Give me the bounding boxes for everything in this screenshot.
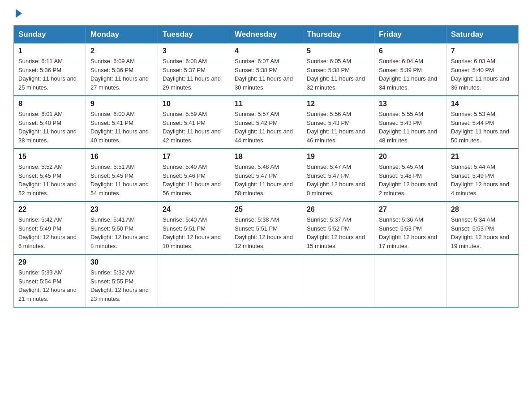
calendar-cell xyxy=(446,254,519,307)
calendar-cell: 12Sunrise: 5:56 AMSunset: 5:43 PMDayligh… xyxy=(302,96,374,149)
calendar-cell: 22Sunrise: 5:42 AMSunset: 5:49 PMDayligh… xyxy=(14,201,86,254)
calendar-cell: 1Sunrise: 6:11 AMSunset: 5:36 PMDaylight… xyxy=(14,43,86,96)
day-info: Sunrise: 5:53 AMSunset: 5:44 PMDaylight:… xyxy=(451,110,514,145)
weekday-header-saturday: Saturday xyxy=(446,26,519,44)
day-number: 11 xyxy=(235,100,297,108)
calendar-table: SundayMondayTuesdayWednesdayThursdayFrid… xyxy=(13,25,519,308)
calendar-cell: 6Sunrise: 6:04 AMSunset: 5:39 PMDaylight… xyxy=(374,43,446,96)
logo-arrow-icon xyxy=(16,9,22,18)
weekday-header-tuesday: Tuesday xyxy=(158,26,230,44)
day-number: 18 xyxy=(235,153,297,161)
calendar-cell: 23Sunrise: 5:41 AMSunset: 5:50 PMDayligh… xyxy=(86,201,158,254)
day-info: Sunrise: 5:32 AMSunset: 5:55 PMDaylight:… xyxy=(90,268,153,303)
day-info: Sunrise: 5:37 AMSunset: 5:52 PMDaylight:… xyxy=(307,215,369,250)
day-info: Sunrise: 6:11 AMSunset: 5:36 PMDaylight:… xyxy=(18,57,81,92)
calendar-cell: 13Sunrise: 5:55 AMSunset: 5:43 PMDayligh… xyxy=(374,96,446,149)
calendar-week-row: 22Sunrise: 5:42 AMSunset: 5:49 PMDayligh… xyxy=(14,201,519,254)
day-number: 8 xyxy=(18,100,81,108)
calendar-cell: 9Sunrise: 6:00 AMSunset: 5:41 PMDaylight… xyxy=(86,96,158,149)
day-number: 29 xyxy=(18,258,81,266)
day-number: 25 xyxy=(235,206,297,214)
day-info: Sunrise: 5:36 AMSunset: 5:53 PMDaylight:… xyxy=(379,215,442,250)
day-info: Sunrise: 6:08 AMSunset: 5:37 PMDaylight:… xyxy=(163,57,225,92)
calendar-week-row: 15Sunrise: 5:52 AMSunset: 5:45 PMDayligh… xyxy=(14,149,519,201)
day-info: Sunrise: 5:45 AMSunset: 5:48 PMDaylight:… xyxy=(379,163,442,197)
logo xyxy=(13,9,22,16)
day-number: 16 xyxy=(90,153,153,161)
day-number: 6 xyxy=(379,47,442,55)
day-info: Sunrise: 5:57 AMSunset: 5:42 PMDaylight:… xyxy=(235,110,297,145)
day-number: 1 xyxy=(18,47,81,55)
day-info: Sunrise: 5:51 AMSunset: 5:45 PMDaylight:… xyxy=(90,163,153,197)
day-number: 2 xyxy=(90,47,153,55)
day-info: Sunrise: 6:09 AMSunset: 5:36 PMDaylight:… xyxy=(90,57,153,92)
day-number: 10 xyxy=(163,100,225,108)
calendar-cell: 28Sunrise: 5:34 AMSunset: 5:53 PMDayligh… xyxy=(446,201,519,254)
calendar-week-row: 1Sunrise: 6:11 AMSunset: 5:36 PMDaylight… xyxy=(14,43,519,96)
calendar-cell: 15Sunrise: 5:52 AMSunset: 5:45 PMDayligh… xyxy=(14,149,86,201)
calendar-cell: 30Sunrise: 5:32 AMSunset: 5:55 PMDayligh… xyxy=(86,254,158,307)
day-info: Sunrise: 5:41 AMSunset: 5:50 PMDaylight:… xyxy=(90,215,153,250)
day-number: 15 xyxy=(18,153,81,161)
day-number: 13 xyxy=(379,100,442,108)
calendar-cell: 20Sunrise: 5:45 AMSunset: 5:48 PMDayligh… xyxy=(374,149,446,201)
calendar-cell: 5Sunrise: 6:05 AMSunset: 5:38 PMDaylight… xyxy=(302,43,374,96)
day-number: 17 xyxy=(163,153,225,161)
day-info: Sunrise: 6:04 AMSunset: 5:39 PMDaylight:… xyxy=(379,57,442,92)
day-number: 3 xyxy=(163,47,225,55)
day-number: 26 xyxy=(307,206,369,214)
calendar-cell: 8Sunrise: 6:01 AMSunset: 5:40 PMDaylight… xyxy=(14,96,86,149)
day-number: 30 xyxy=(90,258,153,266)
weekday-header-row: SundayMondayTuesdayWednesdayThursdayFrid… xyxy=(14,26,519,44)
day-info: Sunrise: 5:55 AMSunset: 5:43 PMDaylight:… xyxy=(379,110,442,145)
day-info: Sunrise: 6:07 AMSunset: 5:38 PMDaylight:… xyxy=(235,57,297,92)
day-number: 21 xyxy=(451,153,514,161)
calendar-cell xyxy=(158,254,230,307)
calendar-cell: 26Sunrise: 5:37 AMSunset: 5:52 PMDayligh… xyxy=(302,201,374,254)
calendar-cell: 24Sunrise: 5:40 AMSunset: 5:51 PMDayligh… xyxy=(158,201,230,254)
calendar-cell: 10Sunrise: 5:59 AMSunset: 5:41 PMDayligh… xyxy=(158,96,230,149)
day-info: Sunrise: 5:59 AMSunset: 5:41 PMDaylight:… xyxy=(163,110,225,145)
calendar-cell xyxy=(374,254,446,307)
weekday-header-friday: Friday xyxy=(374,26,446,44)
calendar-cell: 17Sunrise: 5:49 AMSunset: 5:46 PMDayligh… xyxy=(158,149,230,201)
day-number: 20 xyxy=(379,153,442,161)
day-info: Sunrise: 5:42 AMSunset: 5:49 PMDaylight:… xyxy=(18,215,81,250)
calendar-cell: 27Sunrise: 5:36 AMSunset: 5:53 PMDayligh… xyxy=(374,201,446,254)
weekday-header-sunday: Sunday xyxy=(14,26,86,44)
day-info: Sunrise: 5:38 AMSunset: 5:51 PMDaylight:… xyxy=(235,215,297,250)
calendar-cell: 18Sunrise: 5:48 AMSunset: 5:47 PMDayligh… xyxy=(230,149,302,201)
weekday-header-wednesday: Wednesday xyxy=(230,26,302,44)
day-number: 27 xyxy=(379,206,442,214)
day-info: Sunrise: 6:05 AMSunset: 5:38 PMDaylight:… xyxy=(307,57,369,92)
calendar-cell: 29Sunrise: 5:33 AMSunset: 5:54 PMDayligh… xyxy=(14,254,86,307)
day-info: Sunrise: 6:01 AMSunset: 5:40 PMDaylight:… xyxy=(18,110,81,145)
day-number: 5 xyxy=(307,47,369,55)
calendar-cell: 21Sunrise: 5:44 AMSunset: 5:49 PMDayligh… xyxy=(446,149,519,201)
day-info: Sunrise: 5:33 AMSunset: 5:54 PMDaylight:… xyxy=(18,268,81,303)
calendar-cell: 3Sunrise: 6:08 AMSunset: 5:37 PMDaylight… xyxy=(158,43,230,96)
day-number: 22 xyxy=(18,206,81,214)
day-info: Sunrise: 5:47 AMSunset: 5:47 PMDaylight:… xyxy=(307,163,369,197)
calendar-cell xyxy=(302,254,374,307)
calendar-cell: 4Sunrise: 6:07 AMSunset: 5:38 PMDaylight… xyxy=(230,43,302,96)
calendar-cell xyxy=(230,254,302,307)
page-header xyxy=(13,9,519,16)
calendar-cell: 19Sunrise: 5:47 AMSunset: 5:47 PMDayligh… xyxy=(302,149,374,201)
calendar-week-row: 29Sunrise: 5:33 AMSunset: 5:54 PMDayligh… xyxy=(14,254,519,307)
calendar-cell: 11Sunrise: 5:57 AMSunset: 5:42 PMDayligh… xyxy=(230,96,302,149)
calendar-cell: 25Sunrise: 5:38 AMSunset: 5:51 PMDayligh… xyxy=(230,201,302,254)
calendar-cell: 7Sunrise: 6:03 AMSunset: 5:40 PMDaylight… xyxy=(446,43,519,96)
day-info: Sunrise: 6:03 AMSunset: 5:40 PMDaylight:… xyxy=(451,57,514,92)
day-info: Sunrise: 5:49 AMSunset: 5:46 PMDaylight:… xyxy=(163,163,225,197)
day-number: 28 xyxy=(451,206,514,214)
calendar-cell: 14Sunrise: 5:53 AMSunset: 5:44 PMDayligh… xyxy=(446,96,519,149)
calendar-week-row: 8Sunrise: 6:01 AMSunset: 5:40 PMDaylight… xyxy=(14,96,519,149)
day-info: Sunrise: 5:34 AMSunset: 5:53 PMDaylight:… xyxy=(451,215,514,250)
calendar-cell: 2Sunrise: 6:09 AMSunset: 5:36 PMDaylight… xyxy=(86,43,158,96)
calendar-cell: 16Sunrise: 5:51 AMSunset: 5:45 PMDayligh… xyxy=(86,149,158,201)
day-info: Sunrise: 5:40 AMSunset: 5:51 PMDaylight:… xyxy=(163,215,225,250)
day-info: Sunrise: 5:56 AMSunset: 5:43 PMDaylight:… xyxy=(307,110,369,145)
day-number: 14 xyxy=(451,100,514,108)
day-info: Sunrise: 6:00 AMSunset: 5:41 PMDaylight:… xyxy=(90,110,153,145)
